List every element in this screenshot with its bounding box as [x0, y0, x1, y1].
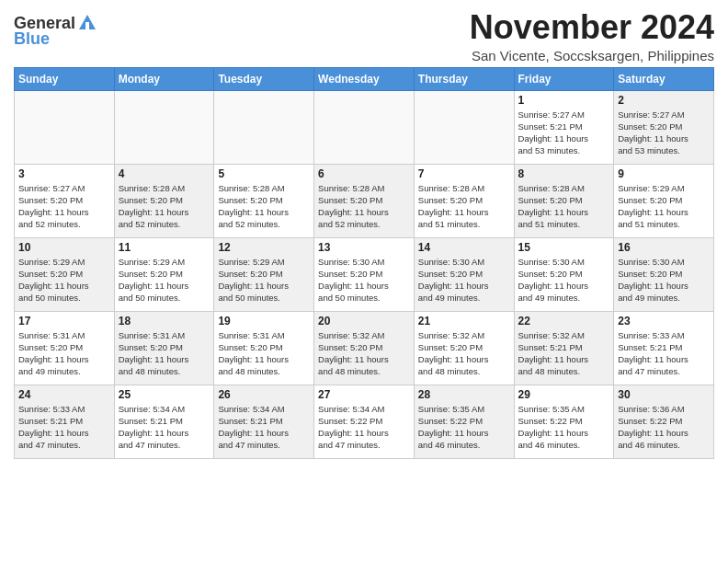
- day-info: Sunrise: 5:27 AM Sunset: 5:20 PM Dayligh…: [618, 109, 710, 157]
- week-row-5: 24Sunrise: 5:33 AM Sunset: 5:21 PM Dayli…: [15, 385, 714, 458]
- day-info: Sunrise: 5:29 AM Sunset: 5:20 PM Dayligh…: [218, 256, 310, 304]
- day-info: Sunrise: 5:31 AM Sunset: 5:20 PM Dayligh…: [18, 329, 110, 378]
- day-cell: 14Sunrise: 5:30 AM Sunset: 5:20 PM Dayli…: [414, 237, 514, 311]
- day-cell: 8Sunrise: 5:28 AM Sunset: 5:20 PM Daylig…: [514, 164, 614, 237]
- day-info: Sunrise: 5:30 AM Sunset: 5:20 PM Dayligh…: [518, 256, 610, 304]
- day-number: 21: [418, 315, 510, 327]
- day-number: 15: [518, 241, 610, 254]
- day-number: 11: [119, 241, 210, 254]
- header-monday: Monday: [114, 67, 214, 90]
- location-text: San Vicente, Soccsksargen, Philippines: [470, 48, 714, 63]
- day-cell: 7Sunrise: 5:28 AM Sunset: 5:20 PM Daylig…: [414, 164, 514, 237]
- day-cell: 17Sunrise: 5:31 AM Sunset: 5:20 PM Dayli…: [15, 311, 115, 385]
- day-info: Sunrise: 5:34 AM Sunset: 5:22 PM Dayligh…: [318, 403, 410, 452]
- calendar-table: SundayMondayTuesdayWednesdayThursdayFrid…: [14, 67, 714, 459]
- week-row-2: 3Sunrise: 5:27 AM Sunset: 5:20 PM Daylig…: [15, 164, 714, 237]
- title-area: November 2024 San Vicente, Soccsksargen,…: [470, 9, 714, 63]
- day-cell: 26Sunrise: 5:34 AM Sunset: 5:21 PM Dayli…: [214, 385, 314, 458]
- day-cell: 25Sunrise: 5:34 AM Sunset: 5:21 PM Dayli…: [114, 385, 214, 458]
- day-number: 4: [119, 167, 210, 180]
- day-number: 3: [18, 167, 110, 180]
- day-info: Sunrise: 5:27 AM Sunset: 5:21 PM Dayligh…: [518, 109, 610, 157]
- day-cell: 20Sunrise: 5:32 AM Sunset: 5:20 PM Dayli…: [314, 311, 415, 385]
- day-number: 2: [618, 94, 710, 107]
- day-number: 30: [618, 388, 710, 401]
- header-sunday: Sunday: [15, 67, 115, 90]
- logo: General Blue: [14, 9, 97, 49]
- day-number: 14: [418, 241, 510, 254]
- day-info: Sunrise: 5:31 AM Sunset: 5:20 PM Dayligh…: [119, 329, 210, 378]
- day-info: Sunrise: 5:34 AM Sunset: 5:21 PM Dayligh…: [218, 403, 310, 452]
- day-cell: 10Sunrise: 5:29 AM Sunset: 5:20 PM Dayli…: [15, 237, 115, 311]
- day-cell: 12Sunrise: 5:29 AM Sunset: 5:20 PM Dayli…: [214, 237, 314, 311]
- day-cell: 16Sunrise: 5:30 AM Sunset: 5:20 PM Dayli…: [614, 237, 714, 311]
- day-info: Sunrise: 5:35 AM Sunset: 5:22 PM Dayligh…: [418, 403, 510, 452]
- week-row-3: 10Sunrise: 5:29 AM Sunset: 5:20 PM Dayli…: [15, 237, 714, 311]
- day-cell: [314, 90, 415, 164]
- day-number: 10: [18, 241, 110, 254]
- week-row-4: 17Sunrise: 5:31 AM Sunset: 5:20 PM Dayli…: [15, 311, 714, 385]
- day-info: Sunrise: 5:28 AM Sunset: 5:20 PM Dayligh…: [218, 182, 310, 231]
- day-number: 29: [518, 388, 610, 401]
- day-number: 24: [18, 388, 110, 401]
- day-number: 13: [318, 241, 410, 254]
- logo-icon: [77, 13, 97, 33]
- day-info: Sunrise: 5:29 AM Sunset: 5:20 PM Dayligh…: [119, 256, 210, 304]
- day-cell: 15Sunrise: 5:30 AM Sunset: 5:20 PM Dayli…: [514, 237, 614, 311]
- day-cell: 13Sunrise: 5:30 AM Sunset: 5:20 PM Dayli…: [314, 237, 415, 311]
- page-header: General Blue November 2024 San Vicente, …: [14, 9, 714, 63]
- day-info: Sunrise: 5:35 AM Sunset: 5:22 PM Dayligh…: [518, 403, 610, 452]
- day-number: 5: [218, 167, 310, 180]
- day-info: Sunrise: 5:30 AM Sunset: 5:20 PM Dayligh…: [618, 256, 710, 304]
- day-cell: [15, 90, 115, 164]
- day-number: 28: [418, 388, 510, 401]
- day-info: Sunrise: 5:33 AM Sunset: 5:21 PM Dayligh…: [618, 329, 710, 378]
- day-info: Sunrise: 5:32 AM Sunset: 5:21 PM Dayligh…: [518, 329, 610, 378]
- day-cell: 1Sunrise: 5:27 AM Sunset: 5:21 PM Daylig…: [514, 90, 614, 164]
- day-cell: 19Sunrise: 5:31 AM Sunset: 5:20 PM Dayli…: [214, 311, 314, 385]
- header-saturday: Saturday: [614, 67, 714, 90]
- day-info: Sunrise: 5:36 AM Sunset: 5:22 PM Dayligh…: [618, 403, 710, 452]
- day-info: Sunrise: 5:27 AM Sunset: 5:20 PM Dayligh…: [18, 182, 110, 231]
- header-wednesday: Wednesday: [314, 67, 415, 90]
- day-info: Sunrise: 5:28 AM Sunset: 5:20 PM Dayligh…: [318, 182, 410, 231]
- month-title: November 2024: [470, 9, 714, 46]
- day-cell: 24Sunrise: 5:33 AM Sunset: 5:21 PM Dayli…: [15, 385, 115, 458]
- day-number: 27: [318, 388, 410, 401]
- day-cell: 30Sunrise: 5:36 AM Sunset: 5:22 PM Dayli…: [614, 385, 714, 458]
- day-cell: [214, 90, 314, 164]
- logo-blue-text: Blue: [14, 29, 50, 49]
- day-info: Sunrise: 5:32 AM Sunset: 5:20 PM Dayligh…: [418, 329, 510, 378]
- day-info: Sunrise: 5:28 AM Sunset: 5:20 PM Dayligh…: [119, 182, 210, 231]
- day-info: Sunrise: 5:30 AM Sunset: 5:20 PM Dayligh…: [318, 256, 410, 304]
- day-number: 22: [518, 315, 610, 327]
- day-info: Sunrise: 5:33 AM Sunset: 5:21 PM Dayligh…: [18, 403, 110, 452]
- header-thursday: Thursday: [414, 67, 514, 90]
- day-number: 16: [618, 241, 710, 254]
- day-info: Sunrise: 5:30 AM Sunset: 5:20 PM Dayligh…: [418, 256, 510, 304]
- day-number: 9: [618, 167, 710, 180]
- day-cell: [414, 90, 514, 164]
- calendar-header-row: SundayMondayTuesdayWednesdayThursdayFrid…: [15, 67, 714, 90]
- day-cell: 29Sunrise: 5:35 AM Sunset: 5:22 PM Dayli…: [514, 385, 614, 458]
- day-number: 7: [418, 167, 510, 180]
- day-number: 26: [218, 388, 310, 401]
- day-number: 6: [318, 167, 410, 180]
- header-friday: Friday: [514, 67, 614, 90]
- day-cell: 9Sunrise: 5:29 AM Sunset: 5:20 PM Daylig…: [614, 164, 714, 237]
- day-cell: 3Sunrise: 5:27 AM Sunset: 5:20 PM Daylig…: [15, 164, 115, 237]
- day-info: Sunrise: 5:29 AM Sunset: 5:20 PM Dayligh…: [18, 256, 110, 304]
- day-info: Sunrise: 5:32 AM Sunset: 5:20 PM Dayligh…: [318, 329, 410, 378]
- day-number: 8: [518, 167, 610, 180]
- day-info: Sunrise: 5:28 AM Sunset: 5:20 PM Dayligh…: [418, 182, 510, 231]
- day-cell: 18Sunrise: 5:31 AM Sunset: 5:20 PM Dayli…: [114, 311, 214, 385]
- day-cell: 2Sunrise: 5:27 AM Sunset: 5:20 PM Daylig…: [614, 90, 714, 164]
- day-cell: 27Sunrise: 5:34 AM Sunset: 5:22 PM Dayli…: [314, 385, 415, 458]
- day-number: 25: [119, 388, 210, 401]
- day-number: 1: [518, 94, 610, 107]
- day-info: Sunrise: 5:29 AM Sunset: 5:20 PM Dayligh…: [618, 182, 710, 231]
- day-cell: 28Sunrise: 5:35 AM Sunset: 5:22 PM Dayli…: [414, 385, 514, 458]
- day-cell: 23Sunrise: 5:33 AM Sunset: 5:21 PM Dayli…: [614, 311, 714, 385]
- day-number: 17: [18, 315, 110, 327]
- header-tuesday: Tuesday: [214, 67, 314, 90]
